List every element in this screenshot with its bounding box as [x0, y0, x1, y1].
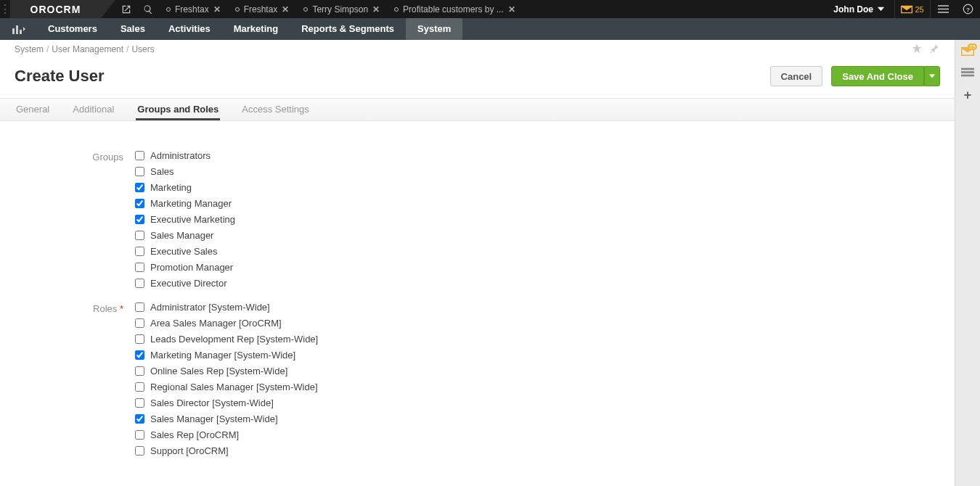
browser-tab[interactable]: Freshtax✕ [228, 0, 297, 18]
tab-close-icon[interactable]: ✕ [372, 4, 380, 15]
title-row: Create User Cancel Save And Close [0, 59, 955, 98]
role-checkbox[interactable] [135, 414, 144, 424]
tab-general[interactable]: General [15, 104, 51, 120]
nav-marketing[interactable]: Marketing [222, 18, 290, 40]
breadcrumb-item[interactable]: System [15, 44, 44, 54]
browser-tab[interactable]: Terry Simpson✕ [296, 0, 387, 18]
group-item[interactable]: Sales Manager [135, 230, 235, 241]
role-checkbox[interactable] [135, 318, 144, 328]
group-item[interactable]: Promotion Manager [135, 262, 235, 273]
cancel-button[interactable]: Cancel [770, 66, 823, 86]
sidebar-mail-icon[interactable]: 25 [961, 46, 974, 59]
mail-indicator[interactable]: 25 [894, 0, 931, 18]
save-dropdown-toggle[interactable] [924, 66, 940, 86]
app-menu-dots[interactable]: ⋮ [0, 0, 10, 18]
group-checkbox[interactable] [135, 263, 144, 272]
role-item[interactable]: Sales Director [System-Wide] [135, 398, 318, 408]
group-item[interactable]: Sales [135, 166, 235, 177]
group-item[interactable]: Marketing Manager [135, 198, 235, 209]
role-label: Sales Director [System-Wide] [150, 398, 274, 408]
mail-icon [901, 5, 912, 14]
tab-close-icon[interactable]: ✕ [508, 4, 515, 15]
save-and-close-button[interactable]: Save And Close [831, 66, 924, 86]
right-sidebar: 25 + [955, 40, 980, 486]
nav-reports-segments[interactable]: Reports & Segments [290, 18, 406, 40]
role-item[interactable]: Area Sales Manager [OroCRM] [135, 318, 318, 329]
group-item[interactable]: Executive Director [135, 278, 235, 289]
browser-tab[interactable]: Freshtax✕ [159, 0, 228, 18]
tab-dot-icon [166, 7, 171, 12]
help-icon[interactable]: ? [955, 0, 980, 18]
sidebar-add-icon[interactable]: + [964, 88, 972, 103]
role-checkbox[interactable] [135, 446, 144, 456]
role-label: Sales Rep [OroCRM] [150, 429, 239, 440]
page-container: System/User Management/Users Create User… [0, 40, 955, 486]
role-label: Online Sales Rep [System-Wide] [150, 366, 287, 376]
role-checkbox[interactable] [135, 302, 144, 312]
breadcrumb-item[interactable]: Users [131, 44, 154, 54]
role-checkbox[interactable] [135, 382, 144, 392]
role-item[interactable]: Administrator [System-Wide] [135, 302, 318, 313]
user-menu[interactable]: John Doe [823, 0, 894, 18]
role-item[interactable]: Marketing Manager [System-Wide] [135, 350, 318, 361]
group-checkbox[interactable] [135, 247, 144, 256]
tab-close-icon[interactable]: ✕ [213, 4, 221, 15]
role-item[interactable]: Support [OroCRM] [135, 445, 318, 456]
breadcrumb: System/User Management/Users [0, 40, 955, 59]
main-nav: CustomersSalesActivitiesMarketingReports… [0, 18, 980, 40]
pin-icon[interactable] [923, 43, 940, 57]
nav-system[interactable]: System [406, 18, 462, 40]
tab-dot-icon [394, 7, 399, 12]
group-item[interactable]: Executive Marketing [135, 214, 235, 225]
share-icon[interactable] [115, 0, 137, 18]
form-tabs: GeneralAdditionalGroups and RolesAccess … [0, 98, 955, 121]
tab-access-settings[interactable]: Access Settings [240, 104, 311, 120]
roles-label: Roles * [0, 302, 135, 456]
group-checkbox[interactable] [135, 279, 144, 288]
tab-close-icon[interactable]: ✕ [282, 4, 289, 15]
group-item[interactable]: Administrators [135, 150, 235, 161]
top-tabbar: ⋮ OROCRM Freshtax✕Freshtax✕Terry Simpson… [0, 0, 980, 18]
group-checkbox[interactable] [135, 199, 144, 208]
role-item[interactable]: Leads Development Rep [System-Wide] [135, 334, 318, 345]
role-item[interactable]: Online Sales Rep [System-Wide] [135, 366, 318, 376]
svg-rect-2 [12, 28, 15, 34]
nav-activities[interactable]: Activities [157, 18, 222, 40]
group-checkbox[interactable] [135, 215, 144, 224]
role-checkbox[interactable] [135, 430, 144, 440]
role-checkbox[interactable] [135, 350, 144, 360]
role-checkbox[interactable] [135, 334, 144, 344]
group-checkbox[interactable] [135, 151, 144, 160]
nav-sales[interactable]: Sales [109, 18, 157, 40]
search-icon[interactable] [137, 0, 159, 18]
group-label: Administrators [150, 150, 211, 161]
role-label: Marketing Manager [System-Wide] [150, 350, 295, 361]
sidebar-list-icon[interactable] [961, 67, 974, 81]
tab-groups-and-roles[interactable]: Groups and Roles [136, 104, 220, 120]
role-label: Area Sales Manager [OroCRM] [150, 318, 282, 329]
tab-additional[interactable]: Additional [71, 104, 115, 120]
group-label: Marketing Manager [150, 198, 232, 209]
group-item[interactable]: Executive Sales [135, 246, 235, 257]
role-item[interactable]: Regional Sales Manager [System-Wide] [135, 382, 318, 392]
role-label: Administrator [System-Wide] [150, 302, 270, 313]
role-checkbox[interactable] [135, 398, 144, 408]
role-checkbox[interactable] [135, 366, 144, 376]
group-checkbox[interactable] [135, 231, 144, 240]
role-item[interactable]: Sales Manager [System-Wide] [135, 413, 318, 424]
role-item[interactable]: Sales Rep [OroCRM] [135, 429, 318, 440]
favorite-star-icon[interactable] [905, 43, 923, 57]
group-checkbox[interactable] [135, 183, 144, 192]
group-item[interactable]: Marketing [135, 182, 235, 193]
breadcrumb-item[interactable]: User Management [52, 44, 123, 54]
svg-rect-5 [961, 68, 974, 70]
nav-customers[interactable]: Customers [36, 18, 109, 40]
group-checkbox[interactable] [135, 167, 144, 176]
svg-rect-3 [16, 25, 18, 34]
svg-text:?: ? [966, 7, 970, 13]
hamburger-icon[interactable] [931, 0, 955, 18]
app-logo[interactable]: OROCRM [10, 0, 101, 18]
browser-tab[interactable]: Profitable customers by ...✕ [387, 0, 523, 18]
dashboard-icon[interactable] [9, 21, 29, 37]
tab-dot-icon [235, 7, 240, 12]
